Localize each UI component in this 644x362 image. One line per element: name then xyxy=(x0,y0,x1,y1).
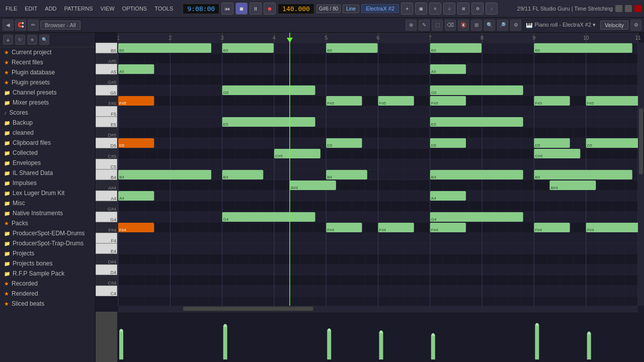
sidebar-item-projects-bones[interactable]: 📁 Projects bones xyxy=(0,258,95,268)
pattern-name[interactable]: ElectraX #2 xyxy=(361,4,399,13)
sidebar-item-plugin-database[interactable]: ★ Plugin database xyxy=(0,67,95,77)
sidebar-item-cleaned[interactable]: 📁 cleaned xyxy=(0,128,95,138)
piano-roll-btn[interactable]: ♫ xyxy=(443,3,455,15)
sidebar-item-producerspot-trap[interactable]: 📁 ProducerSpot-Trap-Drums xyxy=(0,238,95,248)
sidebar-item-rendered[interactable]: ★ Rendered xyxy=(0,289,95,299)
envelopes-icon: 📁 xyxy=(4,160,10,166)
rfp-sample-pack-icon: 📁 xyxy=(4,271,10,277)
pattern-info: G#6 / 80 xyxy=(316,5,341,13)
sidebar-item-projects[interactable]: 📁 Projects xyxy=(0,248,95,258)
close-button[interactable] xyxy=(634,5,641,12)
sidebar-item-producerspot-edm[interactable]: 📁 ProducerSpot-EDM-Drums xyxy=(0,228,95,238)
plugin-database-label: Plugin database xyxy=(12,69,55,76)
draw-btn[interactable]: ✎ xyxy=(419,20,430,31)
impulses-icon: 📁 xyxy=(4,180,10,186)
recent-files-icon: ★ xyxy=(4,59,9,66)
sidebar-item-scores[interactable]: ♪ Scores xyxy=(0,108,95,118)
bpm-display[interactable]: 140.000 xyxy=(278,4,314,14)
misc-icon: 📁 xyxy=(4,201,10,206)
record-button[interactable]: ⏺ xyxy=(264,3,276,15)
projects-bones-icon: 📁 xyxy=(4,261,10,266)
pr-settings-btn[interactable]: ⚙ xyxy=(630,20,641,31)
line-mode[interactable]: Line xyxy=(343,5,359,13)
menu-file[interactable]: FILE xyxy=(3,5,20,13)
clipboard-files-icon: 📁 xyxy=(4,140,10,146)
settings-btn[interactable]: ⚙ xyxy=(510,20,521,31)
piano-roll-canvas[interactable] xyxy=(96,33,644,362)
snap-btn[interactable]: ⊕ xyxy=(406,20,417,31)
sidebar-refresh[interactable]: ↻ xyxy=(15,35,25,45)
sidebar-item-packs[interactable]: ★ Packs xyxy=(0,218,95,228)
minimize-button[interactable] xyxy=(615,5,622,12)
stop-button[interactable]: ⏹ xyxy=(235,3,248,15)
sidebar-item-envelopes[interactable]: 📁 Envelopes xyxy=(0,158,95,168)
download-btn[interactable]: ↓ xyxy=(486,3,498,15)
menu-tools[interactable]: TOOLS xyxy=(151,5,176,13)
collected-label: Collected xyxy=(13,149,38,156)
pencil-btn[interactable]: ✏ xyxy=(28,20,39,31)
il-shared-data-icon: 📁 xyxy=(4,170,10,176)
sidebar-item-rfp-sample-pack[interactable]: 📁 R.F.P Sample Pack xyxy=(0,268,95,279)
select-btn[interactable]: ⬚ xyxy=(432,20,443,31)
left-arrow-btn[interactable]: ◀ xyxy=(3,20,14,31)
browser-dropdown[interactable]: Browser - All xyxy=(40,21,80,30)
menu-add[interactable]: ADD xyxy=(42,5,59,13)
channel-presets-icon: 📁 xyxy=(4,90,10,96)
top-menu-bar: FILE EDIT ADD PATTERNS VIEW OPTIONS TOOL… xyxy=(0,0,644,18)
add-pattern-button[interactable]: + xyxy=(401,3,413,15)
sidebar-item-mixer-presets[interactable]: 📁 Mixer presets xyxy=(0,98,95,108)
sidebar-item-channel-presets[interactable]: 📁 Channel presets xyxy=(0,87,95,98)
velocity-button[interactable]: Velocity xyxy=(600,21,628,30)
sidebar-item-collected[interactable]: 📁 Collected xyxy=(0,148,95,158)
main-content: ▲ ↻ ★ 🔍 ★ Current project ★ Recent files… xyxy=(0,33,644,362)
menu-view[interactable]: VIEW xyxy=(98,5,118,13)
rewind-button[interactable]: ⏮ xyxy=(221,3,233,15)
zoom-out-btn[interactable]: 🔎 xyxy=(497,20,508,31)
sidebar-item-current-project[interactable]: ★ Current project xyxy=(0,47,95,57)
misc-label: Misc xyxy=(13,200,25,207)
sidebar: ▲ ↻ ★ 🔍 ★ Current project ★ Recent files… xyxy=(0,33,96,362)
step-seq-btn[interactable]: ⊞ xyxy=(457,3,469,15)
sidebar-item-clipboard-files[interactable]: 📁 Clipboard files xyxy=(0,138,95,148)
packs-label: Packs xyxy=(12,220,28,227)
fl-title: 29/11 FL Studio Guru | Time Stretching xyxy=(517,6,613,12)
envelopes-label: Envelopes xyxy=(13,159,41,166)
sidebar-item-impulses[interactable]: 📁 Impulses xyxy=(0,178,95,188)
plugin-presets-icon: ★ xyxy=(4,79,9,86)
sidebar-bookmark[interactable]: ★ xyxy=(27,35,37,45)
sidebar-item-lex-luger[interactable]: 📁 Lex Luger Drum Kit xyxy=(0,188,95,198)
scores-icon: ♪ xyxy=(4,110,7,116)
channel-presets-label: Channel presets xyxy=(13,89,56,96)
sliced-beats-icon: ★ xyxy=(4,301,9,307)
sidebar-item-recent-files[interactable]: ★ Recent files xyxy=(0,57,95,67)
il-shared-data-label: IL Shared Data xyxy=(13,169,53,176)
zoom-in-btn[interactable]: 🔍 xyxy=(484,20,495,31)
sidebar-item-recorded[interactable]: ★ Recorded xyxy=(0,279,95,289)
maximize-button[interactable] xyxy=(625,5,632,12)
sidebar-item-sliced-beats[interactable]: ★ Sliced beats xyxy=(0,299,95,309)
sidebar-item-misc[interactable]: 📁 Misc xyxy=(0,198,95,208)
menu-patterns[interactable]: PATTERNS xyxy=(61,5,96,13)
sidebar-nav-up[interactable]: ▲ xyxy=(3,35,13,45)
magnet-btn[interactable]: 🧲 xyxy=(15,20,26,31)
pause-button[interactable]: ⏸ xyxy=(250,3,262,15)
sidebar-item-plugin-presets[interactable]: ★ Plugin presets xyxy=(0,77,95,87)
plugin-btn[interactable]: ⚙ xyxy=(471,3,484,15)
time-display: 9:08:00 xyxy=(183,4,219,14)
sidebar-item-il-shared-data[interactable]: 📁 IL Shared Data xyxy=(0,168,95,178)
erase-btn[interactable]: ⌫ xyxy=(445,20,456,31)
mute-btn[interactable]: 🔇 xyxy=(458,20,469,31)
glue-btn[interactable]: ⊞ xyxy=(471,20,482,31)
sidebar-item-backup[interactable]: 📁 Backup xyxy=(0,118,95,128)
rendered-icon: ★ xyxy=(4,291,9,297)
menu-edit[interactable]: EDIT xyxy=(22,5,40,13)
lex-luger-label: Lex Luger Drum Kit xyxy=(13,190,64,197)
producerspot-trap-icon: 📁 xyxy=(4,241,10,246)
mixer-presets-label: Mixer presets xyxy=(13,99,49,106)
menu-options[interactable]: OPTIONS xyxy=(119,5,150,13)
mixer-button[interactable]: ▦ xyxy=(415,3,427,15)
cleaned-icon: 📁 xyxy=(4,130,10,136)
playlist-button[interactable]: ≡ xyxy=(429,3,441,15)
sidebar-search[interactable]: 🔍 xyxy=(39,35,49,45)
sidebar-item-native-instruments[interactable]: 📁 Native Instruments xyxy=(0,208,95,218)
